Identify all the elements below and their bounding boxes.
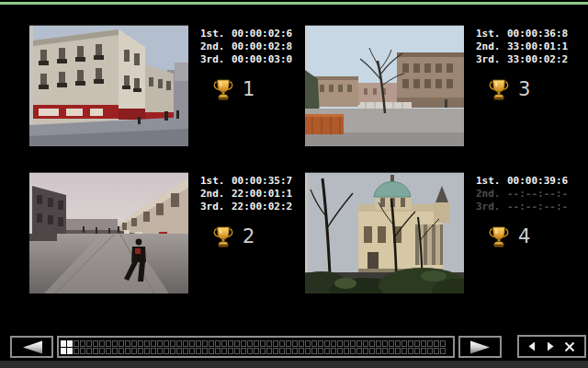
pager-cell[interactable] [305, 348, 311, 354]
pager-cell[interactable] [157, 348, 163, 354]
pager-cell[interactable] [279, 340, 285, 347]
pager-cell[interactable] [440, 348, 446, 354]
pager-cell[interactable] [414, 348, 420, 354]
pager-cell[interactable] [254, 340, 259, 347]
pager-cell[interactable] [170, 348, 175, 354]
pager-cell[interactable] [286, 340, 291, 347]
pager-cell[interactable] [299, 348, 304, 354]
pager-cell[interactable] [202, 340, 208, 347]
pager-cell[interactable] [221, 340, 227, 347]
pager-cell[interactable] [311, 340, 317, 347]
pager-cell[interactable] [131, 340, 137, 347]
pager-cell[interactable] [144, 340, 150, 347]
pager-cell[interactable] [427, 340, 433, 347]
pager-cell[interactable] [80, 340, 85, 347]
pager-cell[interactable] [93, 348, 98, 354]
pager-cell[interactable] [151, 348, 156, 354]
pager-cell[interactable] [61, 348, 66, 354]
pager-cell[interactable] [266, 340, 272, 347]
pager-cell[interactable] [234, 348, 240, 354]
pager-cell[interactable] [369, 340, 375, 347]
mini-prev-button[interactable] [526, 339, 537, 353]
pager-cell[interactable] [106, 348, 111, 354]
pager-strip[interactable] [57, 336, 455, 358]
pager-cell[interactable] [209, 348, 214, 354]
pager-cell[interactable] [119, 348, 124, 354]
pager-cell[interactable] [254, 348, 259, 354]
pager-cell[interactable] [74, 348, 79, 354]
pager-cell[interactable] [228, 340, 233, 347]
pager-cell[interactable] [408, 348, 413, 354]
pager-cell[interactable] [427, 348, 433, 354]
pager-cell[interactable] [401, 340, 407, 347]
pager-cell[interactable] [86, 340, 92, 347]
pager-cell[interactable] [305, 340, 311, 347]
pager-cell[interactable] [189, 348, 195, 354]
pager-cell[interactable] [356, 348, 362, 354]
pager-cell[interactable] [266, 348, 272, 354]
pager-cell[interactable] [318, 348, 323, 354]
pager-cell[interactable] [395, 340, 401, 347]
pager-cell[interactable] [170, 340, 175, 347]
pager-cell[interactable] [74, 340, 79, 347]
pager-cell[interactable] [221, 348, 227, 354]
pager-cell[interactable] [99, 348, 105, 354]
event-photo-2[interactable] [29, 172, 188, 293]
pager-cell[interactable] [119, 340, 124, 347]
pager-cell[interactable] [376, 340, 381, 347]
mini-next-button[interactable] [545, 339, 556, 353]
pager-cell[interactable] [196, 340, 201, 347]
pager-cell[interactable] [389, 348, 394, 354]
pager-cell[interactable] [421, 348, 426, 354]
pager-cell[interactable] [421, 340, 426, 347]
event-photo-1[interactable] [29, 25, 188, 146]
pager-cell[interactable] [228, 348, 233, 354]
pager-cell[interactable] [131, 348, 137, 354]
pager-cell[interactable] [138, 340, 143, 347]
pager-cell[interactable] [209, 340, 214, 347]
pager-cell[interactable] [434, 340, 439, 347]
pager-cell[interactable] [215, 340, 220, 347]
pager-cell[interactable] [363, 348, 368, 354]
pager-cell[interactable] [331, 340, 336, 347]
pager-cell[interactable] [202, 348, 208, 354]
prev-page-button[interactable] [10, 336, 53, 358]
pager-cell[interactable] [112, 340, 118, 347]
pager-cell[interactable] [344, 348, 349, 354]
pager-cell[interactable] [151, 340, 156, 347]
pager-cell[interactable] [234, 340, 240, 347]
pager-cell[interactable] [125, 340, 130, 347]
pager-cell[interactable] [164, 340, 169, 347]
pager-cell[interactable] [241, 340, 246, 347]
pager-cell[interactable] [99, 340, 105, 347]
pager-cell[interactable] [299, 340, 304, 347]
pager-cell[interactable] [138, 348, 143, 354]
pager-cell[interactable] [164, 348, 169, 354]
pager-cell[interactable] [183, 340, 188, 347]
pager-cell[interactable] [247, 340, 253, 347]
pager-cell[interactable] [93, 340, 98, 347]
pager-cell[interactable] [324, 340, 330, 347]
pager-cell[interactable] [286, 348, 291, 354]
event-photo-3[interactable] [305, 25, 464, 146]
pager-cell[interactable] [350, 340, 356, 347]
pager-cell[interactable] [260, 340, 266, 347]
pager-cell[interactable] [176, 348, 182, 354]
pager-cell[interactable] [241, 348, 246, 354]
pager-cell[interactable] [344, 340, 349, 347]
pager-cell[interactable] [125, 348, 130, 354]
pager-cell[interactable] [414, 340, 420, 347]
pager-cell[interactable] [395, 348, 401, 354]
pager-cell[interactable] [440, 340, 446, 347]
pager-cell[interactable] [408, 340, 413, 347]
pager-cell[interactable] [279, 348, 285, 354]
pager-cell[interactable] [67, 348, 73, 354]
pager-cell[interactable] [363, 340, 368, 347]
pager-cell[interactable] [61, 340, 66, 347]
close-button[interactable] [562, 339, 577, 354]
pager-cell[interactable] [189, 340, 195, 347]
pager-cell[interactable] [67, 340, 73, 347]
pager-cell[interactable] [292, 348, 298, 354]
pager-cell[interactable] [369, 348, 375, 354]
pager-cell[interactable] [106, 340, 111, 347]
